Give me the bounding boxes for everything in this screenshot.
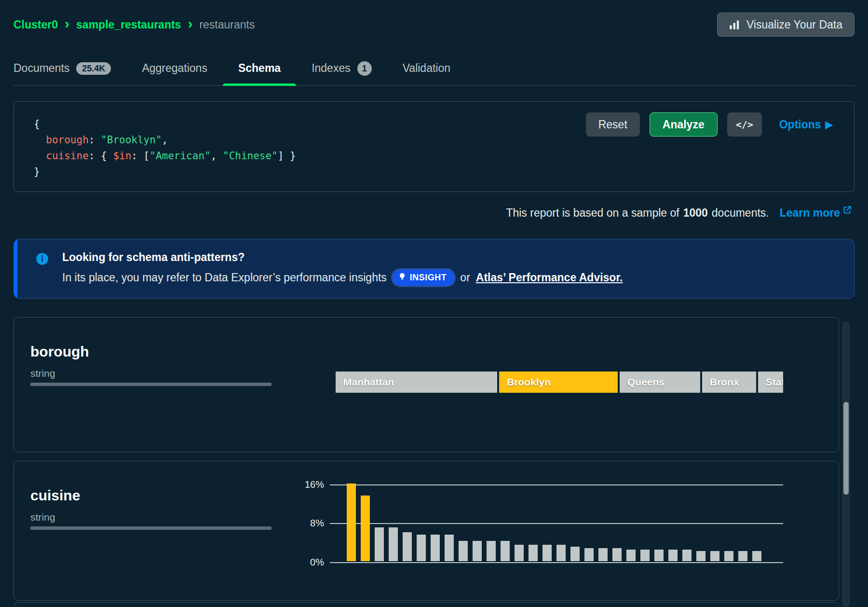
- sample-note-prefix: This report is based on a sample of: [506, 207, 679, 220]
- field-card-borough: borough string ManhattanBrooklynQueensBr…: [14, 317, 839, 452]
- sample-note: This report is based on a sample of 1000…: [14, 207, 854, 220]
- segment-staten-island[interactable]: Staten Island: [758, 372, 783, 393]
- cuisine-bar-12[interactable]: [501, 541, 510, 561]
- learn-more-link[interactable]: Learn more: [780, 207, 852, 220]
- vertical-scrollbar-track[interactable]: [842, 321, 850, 607]
- cuisine-bar-26[interactable]: [696, 551, 705, 561]
- query-actions: Reset Analyze </> Options ▶: [586, 112, 833, 137]
- query-panel: { borough: "Brooklyn", cuisine: { $in: […: [14, 101, 854, 192]
- schema-anti-patterns-banner: Looking for schema anti-patterns? In its…: [14, 239, 854, 299]
- tab-schema[interactable]: Schema: [238, 51, 281, 85]
- segment-label: Bronx: [710, 376, 739, 388]
- chevron-right-icon: ›: [65, 16, 69, 31]
- cuisine-bar-14[interactable]: [529, 545, 538, 561]
- segment-queens[interactable]: Queens: [620, 372, 700, 393]
- reset-button[interactable]: Reset: [586, 112, 640, 137]
- cuisine-bar-28[interactable]: [724, 551, 733, 561]
- tab-aggregations[interactable]: Aggregations: [142, 51, 207, 85]
- banner-body-text: In its place, you may refer to Data Expl…: [62, 271, 387, 284]
- options-label: Options: [779, 118, 821, 131]
- segment-bronx[interactable]: Bronx: [702, 372, 756, 393]
- cuisine-bar-18[interactable]: [584, 548, 594, 561]
- tab-indexes[interactable]: Indexes1: [312, 51, 372, 85]
- code-line: }: [34, 164, 854, 180]
- ytick-16: 16%: [291, 479, 324, 490]
- segment-brooklyn[interactable]: Brooklyn: [499, 372, 618, 393]
- cuisine-bar-chart: [347, 483, 761, 561]
- tab-label: Documents: [14, 62, 69, 75]
- lightbulb-icon: [398, 273, 406, 283]
- cuisine-bar-10[interactable]: [473, 541, 482, 561]
- cuisine-bar-22[interactable]: [640, 550, 650, 561]
- field-card-cuisine: cuisine string 16% 8% 0%: [14, 461, 839, 601]
- cuisine-bar-9[interactable]: [459, 541, 468, 561]
- cuisine-bar-5[interactable]: [403, 532, 412, 561]
- cuisine-bar-7[interactable]: [431, 535, 440, 561]
- tab-bar: Documents25.4KAggregationsSchemaIndexes1…: [14, 51, 854, 86]
- tab-count-badge: 25.4K: [76, 62, 111, 75]
- cuisine-bar-2[interactable]: [361, 496, 370, 561]
- options-toggle[interactable]: Options ▶: [779, 118, 833, 131]
- cuisine-bar-25[interactable]: [682, 550, 692, 561]
- field-type-label[interactable]: string: [30, 511, 274, 523]
- performance-advisor-link[interactable]: Atlas’ Performance Advisor.: [476, 271, 623, 284]
- cuisine-bar-19[interactable]: [598, 548, 608, 561]
- bar-chart-icon: [729, 19, 740, 30]
- chevron-right-icon: ›: [188, 16, 192, 31]
- cuisine-bar-24[interactable]: [668, 550, 678, 561]
- next-field-card-edge: [14, 602, 839, 607]
- cuisine-bar-8[interactable]: [445, 535, 454, 561]
- cuisine-bar-23[interactable]: [654, 550, 664, 561]
- cuisine-bar-20[interactable]: [612, 548, 622, 561]
- visualize-your-data-button[interactable]: Visualize Your Data: [717, 13, 854, 37]
- code-toggle-button[interactable]: </>: [727, 112, 762, 137]
- tab-label: Validation: [403, 62, 450, 75]
- gridline-0pct: [330, 562, 783, 563]
- tab-count-badge: 1: [357, 61, 372, 76]
- top-bar: Cluster0›sample_restaurants›restaurants …: [14, 0, 854, 37]
- segment-label: Brooklyn: [507, 376, 551, 388]
- visualize-button-label: Visualize Your Data: [746, 18, 842, 31]
- insight-badge[interactable]: INSIGHT: [393, 270, 455, 286]
- segment-label: Queens: [627, 376, 665, 388]
- tab-label: Schema: [238, 62, 281, 75]
- tab-documents[interactable]: Documents25.4K: [14, 51, 111, 85]
- caret-right-icon: ▶: [826, 119, 833, 130]
- external-link-icon: [842, 207, 852, 220]
- analyze-button[interactable]: Analyze: [650, 112, 718, 137]
- sample-count: 1000: [683, 207, 708, 220]
- breadcrumb-item-sample_restaurants[interactable]: sample_restaurants: [76, 18, 181, 31]
- vertical-scrollbar-thumb[interactable]: [843, 402, 849, 495]
- tab-label: Indexes: [312, 62, 351, 75]
- cuisine-bar-1[interactable]: [347, 483, 356, 561]
- cuisine-bar-15[interactable]: [542, 545, 552, 561]
- segment-manhattan[interactable]: Manhattan: [336, 372, 497, 393]
- field-name: cuisine: [30, 487, 274, 504]
- banner-content: Looking for schema anti-patterns? In its…: [62, 251, 623, 286]
- banner-body: In its place, you may refer to Data Expl…: [62, 270, 623, 286]
- field-type-bar: [30, 526, 271, 530]
- cuisine-bar-11[interactable]: [487, 541, 496, 561]
- borough-segment-chart: ManhattanBrooklynQueensBronxStaten Islan…: [336, 372, 783, 393]
- tab-validation[interactable]: Validation: [403, 51, 450, 85]
- field-type-bar: [30, 383, 271, 386]
- tab-label: Aggregations: [142, 62, 207, 75]
- cuisine-bar-4[interactable]: [389, 527, 398, 561]
- breadcrumb-item-Cluster0[interactable]: Cluster0: [14, 18, 58, 31]
- cuisine-bar-17[interactable]: [570, 547, 580, 561]
- cuisine-bar-3[interactable]: [375, 527, 384, 561]
- ytick-8: 8%: [291, 518, 324, 529]
- cuisine-bar-6[interactable]: [417, 535, 426, 561]
- segment-label: Staten Island: [766, 376, 783, 388]
- field-info: cuisine string: [14, 461, 274, 530]
- breadcrumb: Cluster0›sample_restaurants›restaurants: [14, 17, 255, 32]
- cuisine-bar-16[interactable]: [556, 545, 566, 561]
- field-type-label[interactable]: string: [30, 368, 274, 379]
- banner-title: Looking for schema anti-patterns?: [62, 251, 623, 264]
- cuisine-bar-13[interactable]: [515, 545, 524, 561]
- cuisine-bar-30[interactable]: [752, 551, 761, 561]
- cuisine-bar-27[interactable]: [710, 551, 719, 561]
- sample-note-suffix: documents.: [712, 207, 769, 220]
- cuisine-bar-21[interactable]: [626, 550, 636, 561]
- cuisine-bar-29[interactable]: [738, 551, 747, 561]
